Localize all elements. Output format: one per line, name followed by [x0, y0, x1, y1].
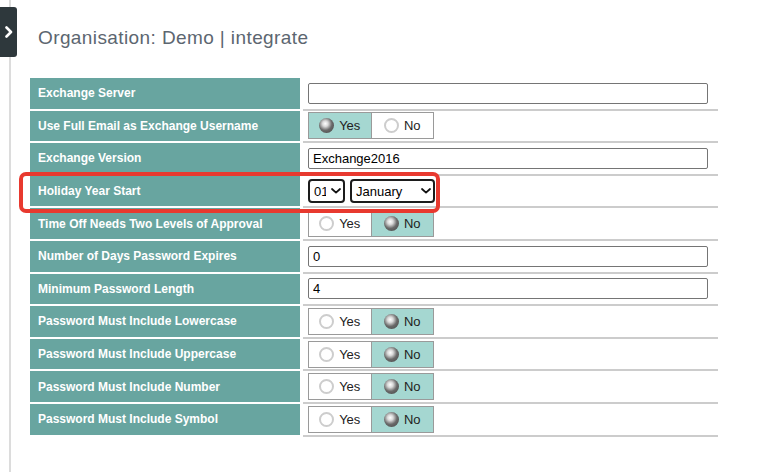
row-value-cell: Yes No	[303, 306, 718, 339]
radio-selected-icon	[384, 379, 399, 394]
row-value-cell: Yes No	[303, 404, 718, 437]
no-label: No	[404, 118, 421, 133]
row-label: Time Off Needs Two Levels of Approval	[30, 208, 300, 241]
settings-form: Exchange Server Use Full Email as Exchan…	[30, 78, 718, 437]
yes-label: Yes	[339, 216, 360, 231]
row-value-cell: Yes No	[303, 208, 718, 241]
no-label: No	[404, 216, 421, 231]
form-row-password-expiry: Number of Days Password Expires	[30, 241, 718, 274]
sidebar-expand-tab[interactable]	[0, 7, 17, 57]
yes-option[interactable]: Yes	[309, 407, 371, 432]
row-value-cell: Yes No	[303, 371, 718, 404]
row-value-cell: Yes No	[303, 111, 718, 144]
row-label: Exchange Version	[30, 143, 300, 176]
no-option[interactable]: No	[371, 374, 434, 399]
no-option[interactable]: No	[371, 309, 434, 334]
form-row-password-number: Password Must Include Number Yes No	[30, 371, 718, 404]
row-label: Holiday Year Start	[30, 176, 300, 209]
yes-label: Yes	[339, 314, 360, 329]
row-value-cell	[303, 274, 718, 307]
yes-label: Yes	[339, 379, 360, 394]
radio-selected-icon	[384, 347, 399, 362]
yes-label: Yes	[339, 118, 360, 133]
holiday-start-day-select[interactable]: 01	[308, 179, 345, 203]
radio-selected-icon	[384, 412, 399, 427]
no-label: No	[404, 412, 421, 427]
yes-option[interactable]: Yes	[309, 309, 371, 334]
form-row-password-lowercase: Password Must Include Lowercase Yes No	[30, 306, 718, 339]
row-value-cell	[303, 78, 718, 111]
yes-label: Yes	[339, 347, 360, 362]
row-label: Password Must Include Uppercase	[30, 339, 300, 372]
row-label: Exchange Server	[30, 78, 300, 111]
row-value-cell: 01 January	[303, 176, 718, 209]
radio-selected-icon	[384, 314, 399, 329]
holiday-start-month-select[interactable]: January	[350, 179, 435, 203]
row-value-cell	[303, 143, 718, 176]
radio-unselected-icon	[319, 216, 334, 231]
form-row-exchange-server: Exchange Server	[30, 78, 718, 111]
row-value-cell	[303, 241, 718, 274]
row-label: Password Must Include Symbol	[30, 404, 300, 437]
no-option[interactable]: No	[371, 342, 434, 367]
yes-option[interactable]: Yes	[309, 211, 371, 236]
radio-unselected-icon	[384, 118, 399, 133]
radio-selected-icon	[319, 118, 334, 133]
row-label: Use Full Email as Exchange Username	[30, 111, 300, 144]
exchange-version-input[interactable]	[308, 148, 708, 169]
row-label: Password Must Include Lowercase	[30, 306, 300, 339]
full-email-username-toggle: Yes No	[308, 112, 434, 139]
yes-option[interactable]: Yes	[309, 374, 371, 399]
page-title: Organisation: Demo | integrate	[38, 27, 308, 49]
radio-selected-icon	[384, 216, 399, 231]
form-row-exchange-version: Exchange Version	[30, 143, 718, 176]
radio-unselected-icon	[319, 412, 334, 427]
password-number-toggle: Yes No	[308, 373, 434, 400]
no-label: No	[404, 314, 421, 329]
no-label: No	[404, 379, 421, 394]
sidebar-divider	[9, 0, 11, 472]
password-expiry-days-input[interactable]	[308, 246, 708, 267]
radio-unselected-icon	[319, 314, 334, 329]
yes-option[interactable]: Yes	[309, 342, 371, 367]
no-option[interactable]: No	[371, 211, 434, 236]
yes-option[interactable]: Yes	[309, 113, 371, 138]
form-row-holiday-year-start: Holiday Year Start 01 January	[30, 176, 718, 209]
chevron-right-icon	[5, 26, 13, 38]
row-label: Minimum Password Length	[30, 274, 300, 307]
row-label: Password Must Include Number	[30, 371, 300, 404]
password-uppercase-toggle: Yes No	[308, 341, 434, 368]
radio-unselected-icon	[319, 379, 334, 394]
password-lowercase-toggle: Yes No	[308, 308, 434, 335]
no-label: No	[404, 347, 421, 362]
radio-unselected-icon	[319, 347, 334, 362]
form-row-password-symbol: Password Must Include Symbol Yes No	[30, 404, 718, 437]
form-row-min-password-length: Minimum Password Length	[30, 274, 718, 307]
row-value-cell: Yes No	[303, 339, 718, 372]
form-row-password-uppercase: Password Must Include Uppercase Yes No	[30, 339, 718, 372]
no-option[interactable]: No	[371, 113, 434, 138]
form-row-timeoff-approval: Time Off Needs Two Levels of Approval Ye…	[30, 208, 718, 241]
timeoff-approval-toggle: Yes No	[308, 210, 434, 237]
no-option[interactable]: No	[371, 407, 434, 432]
yes-label: Yes	[339, 412, 360, 427]
password-symbol-toggle: Yes No	[308, 406, 434, 433]
row-label: Number of Days Password Expires	[30, 241, 300, 274]
min-password-length-input[interactable]	[308, 278, 708, 299]
exchange-server-input[interactable]	[308, 83, 708, 104]
form-row-full-email-username: Use Full Email as Exchange Username Yes …	[30, 111, 718, 144]
